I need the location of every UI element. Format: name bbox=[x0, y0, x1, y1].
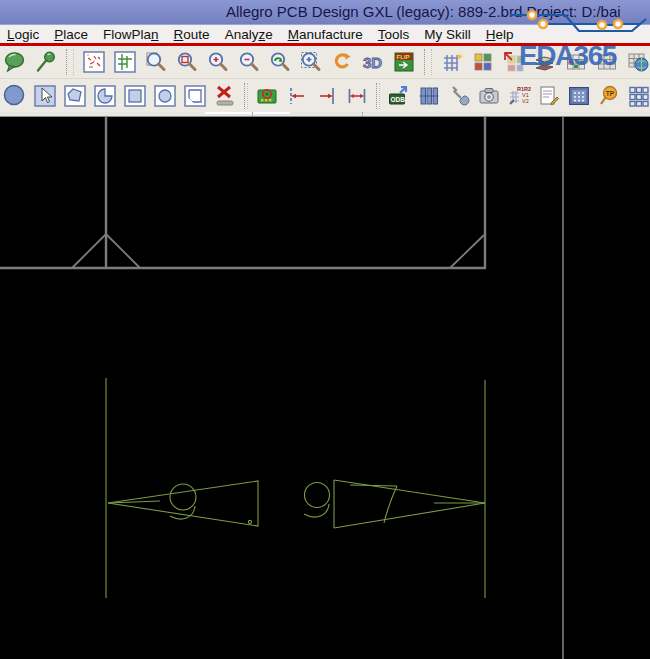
toolbar-separator bbox=[376, 83, 380, 109]
svg-text:V1: V1 bbox=[522, 91, 529, 97]
open-design-icon bbox=[82, 50, 106, 74]
zoom-box-icon bbox=[175, 50, 199, 74]
via-pad-icon bbox=[528, 11, 536, 19]
dimension-span-button[interactable] bbox=[345, 84, 369, 108]
menu-item-analyze[interactable]: Analyze bbox=[218, 27, 280, 42]
menu-item-route[interactable]: Route bbox=[167, 27, 217, 42]
zoom-selection-button[interactable] bbox=[299, 50, 323, 74]
shape-circle-filled-icon bbox=[3, 84, 27, 108]
shape-unrect-icon bbox=[183, 84, 207, 108]
delete-element-icon bbox=[213, 84, 237, 108]
zoom-selection-icon bbox=[299, 50, 323, 74]
rename-refdes-icon: R1R2V1V2 bbox=[507, 84, 531, 108]
odb-export-button[interactable]: ODB bbox=[387, 84, 411, 108]
eda365-logo-traces bbox=[505, 6, 650, 40]
world-view-button[interactable] bbox=[626, 50, 650, 74]
shape-circle-button[interactable] bbox=[153, 84, 177, 108]
padstack-library-button[interactable] bbox=[417, 84, 441, 108]
dimension-span-icon bbox=[345, 84, 369, 108]
shape-rect-button[interactable] bbox=[123, 84, 147, 108]
pushpin-button[interactable] bbox=[34, 50, 58, 74]
dock-tick bbox=[362, 112, 366, 116]
menu-item-logic[interactable]: Logic bbox=[0, 27, 46, 42]
zoom-points-button[interactable] bbox=[144, 50, 168, 74]
via-pad-icon bbox=[539, 20, 547, 28]
rename-refdes-button[interactable]: R1R2V1V2 bbox=[507, 84, 531, 108]
digit-glyph-right-7: 7 bbox=[350, 485, 397, 523]
shape-arc-button[interactable] bbox=[93, 84, 117, 108]
zoom-fit-button[interactable] bbox=[113, 50, 137, 74]
testpoint-button[interactable]: TP bbox=[597, 84, 621, 108]
comment-balloon-button[interactable] bbox=[3, 50, 27, 74]
zoom-in-icon bbox=[206, 50, 230, 74]
svg-text:FLIP: FLIP bbox=[397, 54, 410, 60]
silkscreen-green: 9 9 7 bbox=[106, 378, 485, 598]
zoom-box-button[interactable] bbox=[175, 50, 199, 74]
via-pad-icon bbox=[598, 21, 606, 29]
dimension-left-button[interactable] bbox=[285, 84, 309, 108]
pushpin-icon bbox=[34, 50, 58, 74]
allegro-window: { "window": { "title": "Allegro PCB Desi… bbox=[0, 0, 650, 659]
menu-item-place[interactable]: Place bbox=[47, 27, 95, 42]
menu-item-flowplan[interactable]: FlowPlan bbox=[96, 27, 166, 42]
svg-text:TP: TP bbox=[606, 89, 615, 96]
fix-tool-icon bbox=[447, 84, 471, 108]
3d-view-button[interactable]: 3D bbox=[361, 50, 385, 74]
shape-circle-filled-button[interactable] bbox=[3, 84, 27, 108]
snapshot-icon bbox=[477, 84, 501, 108]
dimension-right-button[interactable] bbox=[315, 84, 339, 108]
shape-unrect-button[interactable] bbox=[183, 84, 207, 108]
shape-polygon-button[interactable] bbox=[63, 84, 87, 108]
flip-design-button[interactable]: FLIP bbox=[392, 50, 416, 74]
fix-tool-button[interactable] bbox=[447, 84, 471, 108]
shape-arc-icon bbox=[93, 84, 117, 108]
grid-toggle-button[interactable] bbox=[440, 50, 464, 74]
world-view-icon bbox=[626, 50, 650, 74]
padstack-library-icon bbox=[417, 84, 441, 108]
select-cursor-button[interactable] bbox=[33, 84, 57, 108]
dock-tick bbox=[252, 112, 256, 116]
design-canvas[interactable]: 9 9 7 bbox=[0, 117, 650, 659]
delete-element-button[interactable] bbox=[213, 84, 237, 108]
digit-glyph-right-9: 9 bbox=[304, 483, 330, 518]
panel-display-button[interactable] bbox=[567, 84, 591, 108]
dimension-left-icon bbox=[285, 84, 309, 108]
svg-text:3D: 3D bbox=[363, 54, 382, 71]
zoom-previous-icon bbox=[268, 50, 292, 74]
report-list-icon bbox=[537, 84, 561, 108]
pad-array-icon bbox=[627, 84, 650, 108]
zoom-out-button[interactable] bbox=[237, 50, 261, 74]
odb-export-icon: ODB bbox=[387, 84, 411, 108]
menu-item-manufacture[interactable]: Manufacture bbox=[281, 27, 370, 42]
board-drawing: 9 9 7 bbox=[0, 117, 650, 659]
report-list-button[interactable] bbox=[537, 84, 561, 108]
color-visibility-icon bbox=[471, 50, 495, 74]
outline-chamfer-right bbox=[450, 235, 484, 268]
digit-glyph-left-9: 9 bbox=[170, 484, 196, 519]
testpoint-icon: TP bbox=[597, 84, 621, 108]
toolbar-separator bbox=[424, 49, 432, 75]
select-cursor-icon bbox=[33, 84, 57, 108]
snapshot-button[interactable] bbox=[477, 84, 501, 108]
zoom-out-icon bbox=[237, 50, 261, 74]
panel-display-icon bbox=[567, 84, 591, 108]
shape-polygon-icon bbox=[63, 84, 87, 108]
flip-design-icon: FLIP bbox=[392, 50, 416, 74]
menu-item-tools[interactable]: Tools bbox=[371, 27, 417, 42]
dock-handle bbox=[205, 112, 290, 114]
open-design-button[interactable] bbox=[82, 50, 106, 74]
highlight-board-button[interactable] bbox=[255, 84, 279, 108]
pad-array-button[interactable] bbox=[627, 84, 650, 108]
toolbar-separator bbox=[66, 49, 74, 75]
zoom-previous-button[interactable] bbox=[268, 50, 292, 74]
zoom-in-button[interactable] bbox=[206, 50, 230, 74]
zoom-points-icon bbox=[144, 50, 168, 74]
svg-text:V2: V2 bbox=[522, 98, 529, 104]
menu-item-my-skill[interactable]: My Skill bbox=[417, 27, 478, 42]
trace-segment bbox=[607, 24, 641, 25]
pennant-right bbox=[334, 480, 485, 528]
grid-toggle-icon bbox=[440, 50, 464, 74]
undo-button[interactable] bbox=[330, 50, 354, 74]
color-visibility-button[interactable] bbox=[471, 50, 495, 74]
3d-view-icon: 3D bbox=[361, 50, 385, 74]
